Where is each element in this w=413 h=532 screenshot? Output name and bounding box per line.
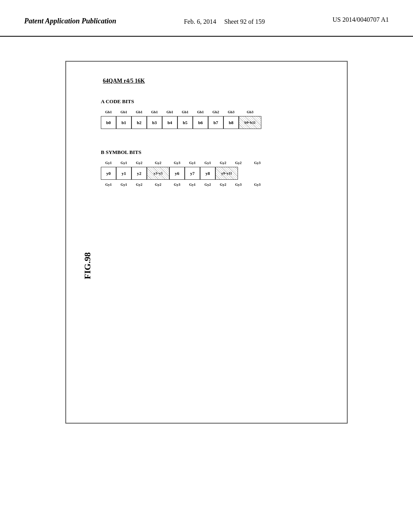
- header-patent: US 2014/0040707 A1: [332, 16, 389, 23]
- bit-b9-b11: b9~b11: [239, 116, 261, 129]
- figure-label: FIG.98: [82, 252, 93, 279]
- section-a: A CODE BITS Gb1 Gb1 Gb1 Gb1 Gb1 Gb1 Gb1 …: [99, 98, 269, 129]
- bit-b2: b2: [131, 116, 147, 129]
- figure-title: 64QAM r4/5 16K: [103, 78, 269, 84]
- bit-b5: b5: [177, 116, 193, 129]
- code-bits-top-labels: Gb1 Gb1 Gb1 Gb1 Gb1 Gb1 Gb1 Gb2 Gb3 Gb3: [101, 108, 269, 116]
- bit-b3: b3: [147, 116, 162, 129]
- bit-b6: b6: [193, 116, 208, 129]
- header-title: Patent Application Publication: [24, 16, 116, 26]
- bit-y7: y7: [185, 167, 200, 180]
- symbol-bits-top-labels: Gy1 Gy1 Gy2 Gy2 Gy3 Gy1 Gy1 Gy2 Gy2 Gy3: [101, 159, 269, 167]
- bit-y1: y1: [116, 167, 131, 180]
- section-a-label: A CODE BITS: [101, 98, 269, 105]
- header-date: Feb. 6, 2014: [184, 18, 216, 25]
- bit-b7: b7: [208, 116, 223, 129]
- bit-y9-y11: y9~y11: [215, 167, 238, 180]
- symbol-bits-cells: y0 y1 y2 y3~y5 y6 y7 y8: [101, 167, 269, 180]
- bit-y0: y0: [101, 167, 116, 180]
- bit-y8: y8: [200, 167, 215, 180]
- bit-b1: b1: [116, 116, 131, 129]
- outer-layout: FIG.98 64QAM r4/5 16K A CODE BITS Gb1 Gb…: [82, 78, 335, 279]
- section-b-label: B SYMBOL BITS: [101, 149, 269, 156]
- symbol-bits-bottom-labels: Gy1 Gy1 Gy2 Gy2 Gy3 Gy1 Gy2 Gy2 Gy3 Gy3: [101, 181, 269, 189]
- header-center: Feb. 6, 2014 Sheet 92 of 159: [184, 16, 265, 28]
- page-header: Patent Application Publication Feb. 6, 2…: [0, 0, 413, 37]
- bit-y6: y6: [169, 167, 185, 180]
- page-content: FIG.98 64QAM r4/5 16K A CODE BITS Gb1 Gb…: [0, 37, 413, 448]
- header-sheet: Sheet 92 of 159: [224, 18, 265, 25]
- bit-y2: y2: [131, 167, 147, 180]
- inner-layout: 64QAM r4/5 16K A CODE BITS Gb1 Gb1 Gb1 G…: [99, 78, 269, 189]
- section-b: B SYMBOL BITS Gy1 Gy1 Gy2 Gy2 Gy3 Gy1 Gy…: [99, 149, 269, 189]
- figure-box: FIG.98 64QAM r4/5 16K A CODE BITS Gb1 Gb…: [65, 61, 348, 424]
- bit-b8: b8: [223, 116, 239, 129]
- bit-y3-y5: y3~y5: [147, 167, 169, 180]
- code-bits-cells: b0 b1 b2 b3 b4 b5 b6 b7 b8 b9~b11: [101, 116, 269, 129]
- bit-b0: b0: [101, 116, 116, 129]
- bit-b4: b4: [162, 116, 177, 129]
